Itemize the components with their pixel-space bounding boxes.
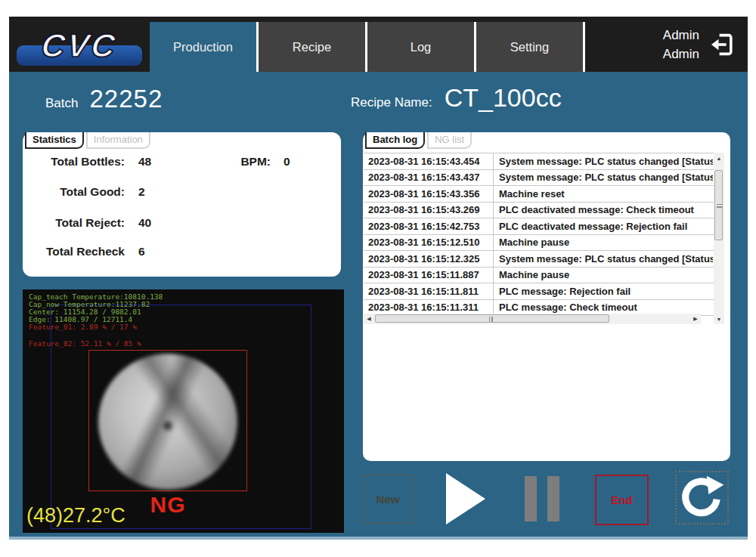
camera-detect-red-rect bbox=[88, 350, 247, 491]
total-good-label: Total Good: bbox=[23, 185, 125, 199]
logout-icon[interactable] bbox=[708, 31, 736, 58]
vertical-scrollbar[interactable]: ▲ ▼ bbox=[714, 153, 724, 324]
tab-statistics[interactable]: Statistics bbox=[25, 132, 84, 149]
screen: CVC Production Recipe Log Setting Admin bbox=[0, 0, 756, 557]
stat-row-total-bottles: Total Bottles: 48 BPM: 0 bbox=[23, 155, 341, 173]
recipe-name-value: CT_100cc bbox=[445, 83, 562, 113]
tab-production[interactable]: Production bbox=[150, 22, 259, 72]
scroll-left-arrow-icon[interactable]: ◀ bbox=[364, 314, 374, 324]
camera-view: Cap_teach Temperature:10810.138 Cap_now … bbox=[23, 289, 344, 533]
log-message: System message: PLC status changed [Stat… bbox=[494, 172, 713, 183]
overlay-feature-02: Feature_02: 52.11 % / 85 % bbox=[29, 340, 141, 348]
bpm-label: BPM: bbox=[227, 155, 271, 169]
user-role: Admin bbox=[663, 26, 699, 45]
recipe-name-label: Recipe Name: bbox=[351, 95, 432, 110]
stat-row-total-recheck: Total Recheck 6 bbox=[23, 245, 341, 263]
log-row[interactable]: 2023-08-31 16:15:11.887 Machine pause bbox=[364, 268, 724, 284]
log-message: PLC deactivated message: Rejection fail bbox=[494, 221, 713, 232]
log-message: Machine pause bbox=[494, 269, 713, 280]
bpm-value: 0 bbox=[284, 155, 290, 169]
log-time: 2023-08-31 16:15:12.510 bbox=[364, 235, 494, 251]
user-names: Admin Admin bbox=[663, 26, 699, 63]
log-panel: Batch log NG list 2023-08-31 16:15:43.45… bbox=[363, 132, 730, 461]
log-row[interactable]: 2023-08-31 16:15:11.811 PLC message: Rej… bbox=[364, 283, 724, 300]
log-message: PLC message: Rejection fail bbox=[494, 286, 713, 297]
total-reject-label: Total Reject: bbox=[23, 216, 125, 230]
log-time: 2023-08-31 16:15:43.437 bbox=[364, 170, 494, 186]
tab-production-label: Production bbox=[173, 40, 233, 54]
camera-temperature-readout: (48)27.2°C bbox=[26, 504, 125, 528]
tab-setting[interactable]: Setting bbox=[476, 22, 585, 72]
new-button-label: New bbox=[376, 493, 400, 506]
total-good-value: 2 bbox=[138, 185, 145, 199]
log-time: 2023-08-31 16:15:42.753 bbox=[364, 218, 494, 234]
log-time: 2023-08-31 16:15:43.356 bbox=[364, 186, 494, 202]
tab-ng-list[interactable]: NG list bbox=[427, 132, 472, 149]
batch-log-table: 2023-08-31 16:15:43.454 System message: … bbox=[364, 153, 724, 323]
batch-group: Batch 22252 bbox=[45, 85, 163, 113]
log-row[interactable]: 2023-08-31 16:15:12.510 Machine pause bbox=[364, 235, 724, 252]
log-time: 2023-08-31 16:15:43.269 bbox=[364, 203, 494, 218]
stat-row-total-reject: Total Reject: 40 bbox=[23, 216, 341, 234]
statistics-tabs: Statistics Information bbox=[25, 132, 150, 149]
log-message: PLC deactivated message: Check timeout bbox=[494, 204, 713, 215]
log-time: 2023-08-31 16:15:11.811 bbox=[364, 283, 494, 299]
scroll-grip bbox=[489, 317, 493, 322]
main-tabs: Production Recipe Log Setting bbox=[150, 22, 585, 72]
batch-label: Batch bbox=[45, 96, 78, 111]
log-message: PLC message: Check timeout bbox=[494, 302, 713, 313]
tab-log-label: Log bbox=[411, 40, 432, 54]
tab-information[interactable]: Information bbox=[86, 132, 150, 149]
log-row[interactable]: 2023-08-31 16:15:42.753 PLC deactivated … bbox=[364, 218, 724, 235]
stat-row-total-good: Total Good: 2 bbox=[23, 185, 341, 203]
log-row[interactable]: 2023-08-31 16:15:43.356 Machine reset bbox=[364, 186, 724, 203]
new-button[interactable]: New bbox=[363, 475, 413, 524]
tab-batch-log[interactable]: Batch log bbox=[365, 132, 425, 149]
log-row[interactable]: 2023-08-31 16:15:43.269 PLC deactivated … bbox=[364, 203, 724, 219]
log-row[interactable]: 2023-08-31 16:15:12.325 System message: … bbox=[364, 251, 724, 268]
log-time: 2023-08-31 16:15:11.311 bbox=[364, 300, 494, 316]
recipe-group: Recipe Name: CT_100cc bbox=[351, 83, 562, 113]
pause-bar-icon bbox=[525, 476, 537, 521]
log-message: System message: PLC status changed [Stat… bbox=[494, 253, 713, 265]
batch-value: 22252 bbox=[89, 85, 163, 113]
total-recheck-value: 6 bbox=[138, 245, 145, 258]
tab-setting-label: Setting bbox=[510, 40, 549, 54]
statistics-panel: Statistics Information Total Bottles: 48… bbox=[23, 132, 341, 277]
end-button[interactable]: End bbox=[595, 475, 649, 525]
log-row[interactable]: 2023-08-31 16:15:43.454 System message: … bbox=[364, 153, 724, 170]
user-area: Admin Admin bbox=[663, 17, 748, 72]
log-time: 2023-08-31 16:15:43.454 bbox=[364, 153, 494, 169]
logo-text: CVC bbox=[7, 27, 151, 64]
log-message: System message: PLC status changed [Stat… bbox=[494, 156, 713, 167]
log-time: 2023-08-31 16:15:12.325 bbox=[364, 251, 494, 267]
play-button[interactable] bbox=[446, 473, 485, 525]
log-message: Machine pause bbox=[494, 237, 713, 248]
tab-log[interactable]: Log bbox=[367, 22, 476, 72]
user-name: Admin bbox=[663, 45, 699, 63]
scroll-up-arrow-icon[interactable]: ▲ bbox=[714, 153, 724, 163]
vertical-scroll-thumb[interactable] bbox=[714, 170, 723, 240]
refresh-button[interactable] bbox=[675, 471, 729, 525]
app-window: CVC Production Recipe Log Setting Admin bbox=[9, 17, 748, 540]
end-button-label: End bbox=[611, 494, 632, 506]
horizontal-scroll-thumb[interactable] bbox=[375, 314, 609, 323]
scroll-grip bbox=[717, 204, 722, 208]
pause-button[interactable] bbox=[525, 476, 559, 521]
log-tabs: Batch log NG list bbox=[365, 132, 472, 149]
overlay-feature-01: Feature_01: 2.89 % / 17 % bbox=[29, 323, 137, 331]
log-time: 2023-08-31 16:15:11.887 bbox=[364, 268, 494, 283]
scroll-right-arrow-icon[interactable]: ▶ bbox=[690, 314, 701, 324]
horizontal-scrollbar[interactable]: ◀ ▶ bbox=[364, 314, 701, 324]
total-recheck-label: Total Recheck bbox=[23, 245, 125, 258]
logo: CVC bbox=[9, 17, 150, 72]
top-bar: CVC Production Recipe Log Setting Admin bbox=[9, 17, 748, 72]
pause-bar-icon bbox=[547, 476, 559, 521]
tab-recipe-label: Recipe bbox=[293, 40, 331, 54]
total-bottles-value: 48 bbox=[138, 155, 151, 169]
log-row[interactable]: 2023-08-31 16:15:43.437 System message: … bbox=[364, 170, 724, 187]
total-reject-value: 40 bbox=[138, 216, 151, 230]
scroll-down-arrow-icon[interactable]: ▼ bbox=[714, 314, 724, 324]
tab-recipe[interactable]: Recipe bbox=[259, 22, 367, 72]
log-message: Machine reset bbox=[494, 188, 713, 200]
